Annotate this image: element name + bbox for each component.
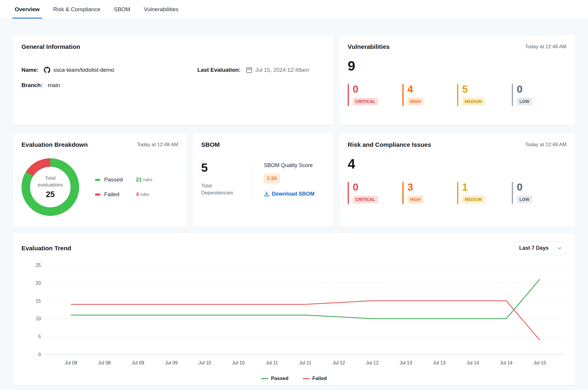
sbom-title: SBOM	[201, 141, 325, 148]
evaluation-trend-card: Evaluation Trend Last 7 Days 0510152025J…	[12, 233, 576, 386]
sbom-card: SBOM 5 Total Dependencies SBOM Quality S…	[192, 133, 334, 227]
repo-name-row: Name: ssca-team/todolist-demo	[21, 67, 197, 73]
severity-badge: HIGH	[407, 196, 423, 203]
severity-count: 0	[353, 84, 378, 94]
passed-legend-label: Passed	[271, 376, 289, 381]
severity-bar	[457, 182, 458, 204]
severity-badge: MEDIUM	[462, 98, 485, 105]
download-sbom-label: Download SBOM	[272, 191, 314, 197]
svg-text:Jul 10: Jul 10	[232, 360, 245, 365]
failed-unit: rules	[140, 192, 149, 197]
calendar-icon	[246, 67, 252, 73]
svg-text:Jul 12: Jul 12	[366, 360, 379, 365]
branch-label: Branch:	[21, 82, 43, 89]
last-evaluation-value: Jul 15, 2024 12:48am	[255, 67, 309, 73]
svg-text:20: 20	[36, 281, 41, 286]
severity-bar	[402, 84, 404, 106]
risk-compliance-total: 4	[348, 157, 567, 171]
chart-legend-failed: Failed	[303, 376, 327, 381]
passed-count: 21	[136, 177, 142, 183]
legend-passed-row: Passed 21 rules	[95, 176, 152, 183]
severity-count: 3	[407, 182, 423, 192]
severity-count: 0	[517, 182, 532, 192]
severity-medium: 5 MEDIUM	[457, 84, 512, 106]
vulnerability-severity-row: 0 CRITICAL 4 HIGH 5 MEDIUM 0 LOW	[348, 84, 567, 106]
evaluation-trend-chart: 0510152025Jul 08Jul 08Jul 09Jul 09Jul 10…	[21, 261, 567, 372]
legend-failed-row: Failed 4 rules	[95, 191, 152, 198]
sbom-total-label: Total Dependencies	[201, 182, 236, 196]
severity-low: 0 LOW	[512, 84, 567, 106]
severity-high: 3 HIGH	[402, 182, 457, 204]
risk-compliance-timestamp: Today at 12:48 AM	[525, 141, 567, 148]
severity-count: 1	[462, 182, 485, 192]
svg-text:Jul 09: Jul 09	[165, 360, 178, 365]
svg-text:Jul 15: Jul 15	[534, 360, 546, 365]
svg-text:Jul 11: Jul 11	[299, 360, 312, 365]
chart-legend: Passed Failed	[21, 376, 567, 381]
risk-compliance-card: Risk and Compliance Issues Today at 12:4…	[339, 133, 576, 227]
passed-unit: rules	[143, 177, 152, 182]
vulnerabilities-timestamp: Today at 12:48 AM	[525, 43, 567, 50]
donut-center-label: Total evaluations	[34, 175, 66, 188]
last-evaluation-row: Last Evaluation: Jul 15, 2024 12:48am	[197, 67, 325, 73]
severity-badge: MEDIUM	[462, 196, 485, 203]
severity-critical: 0 CRITICAL	[348, 84, 402, 106]
severity-count: 0	[517, 84, 532, 94]
tab-overview[interactable]: Overview	[15, 0, 40, 19]
severity-badge: HIGH	[407, 98, 423, 105]
top-tab-bar: Overview Risk & Compliance SBOM Vulnerab…	[0, 0, 588, 19]
risk-compliance-title: Risk and Compliance Issues	[348, 141, 431, 148]
severity-count: 4	[407, 84, 423, 94]
severity-low: 0 LOW	[512, 182, 567, 204]
general-information-title: General Information	[21, 43, 325, 50]
svg-text:Jul 13: Jul 13	[399, 360, 412, 365]
evaluation-trend-title: Evaluation Trend	[21, 245, 71, 252]
svg-text:15: 15	[36, 299, 41, 304]
branch-value: main	[48, 82, 60, 89]
severity-bar	[457, 84, 458, 106]
failed-count: 4	[136, 191, 139, 198]
evaluations-donut-chart: Total evaluations 25	[21, 158, 79, 216]
dashboard-content: General Information Name: ssca-team/todo…	[0, 19, 588, 386]
failed-legend-label: Failed	[312, 376, 327, 381]
branch-row: Branch: main	[21, 82, 197, 89]
tab-risk-compliance[interactable]: Risk & Compliance	[53, 0, 101, 19]
svg-text:Jul 08: Jul 08	[65, 360, 77, 365]
svg-text:Jul 08: Jul 08	[98, 360, 111, 365]
svg-text:10: 10	[36, 316, 41, 321]
svg-text:Jul 13: Jul 13	[433, 360, 446, 365]
severity-badge: LOW	[517, 98, 532, 105]
svg-text:25: 25	[36, 263, 41, 268]
severity-bar	[512, 84, 513, 106]
severity-bar	[402, 182, 404, 204]
donut-center: Total evaluations 25	[30, 167, 71, 207]
svg-text:Jul 14: Jul 14	[467, 360, 479, 365]
severity-bar	[348, 182, 349, 204]
evaluation-breakdown-card: Evaluation Breakdown Today at 12:48 AM T…	[12, 133, 187, 227]
svg-text:0: 0	[38, 352, 41, 357]
tab-vulnerabilities[interactable]: Vulnerabilities	[144, 0, 179, 19]
svg-text:Jul 12: Jul 12	[333, 360, 345, 365]
tab-sbom[interactable]: SBOM	[114, 0, 130, 19]
chevron-down-icon	[557, 247, 562, 250]
severity-badge: CRITICAL	[353, 98, 378, 105]
severity-bar	[348, 84, 349, 106]
vulnerabilities-total: 9	[348, 59, 567, 73]
evaluation-breakdown-title: Evaluation Breakdown	[21, 141, 88, 148]
severity-badge: CRITICAL	[353, 196, 378, 203]
download-icon	[264, 191, 269, 197]
severity-badge: LOW	[517, 196, 532, 203]
failed-swatch-icon	[95, 194, 100, 196]
risk-severity-row: 0 CRITICAL 3 HIGH 1 MEDIUM 0 LOW	[348, 182, 567, 204]
donut-total-value: 25	[46, 190, 55, 199]
severity-count: 5	[462, 84, 485, 94]
severity-count: 0	[353, 182, 378, 192]
passed-label: Passed	[104, 176, 136, 183]
time-range-dropdown[interactable]: Last 7 Days	[514, 241, 567, 255]
svg-text:Jul 14: Jul 14	[500, 360, 513, 365]
download-sbom-link[interactable]: Download SBOM	[264, 191, 314, 197]
vulnerabilities-card: Vulnerabilities Today at 12:48 AM 9 0 CR…	[339, 35, 576, 126]
svg-text:Jul 11: Jul 11	[266, 360, 278, 365]
passed-line-swatch-icon	[261, 378, 268, 379]
general-information-card: General Information Name: ssca-team/todo…	[12, 35, 334, 126]
